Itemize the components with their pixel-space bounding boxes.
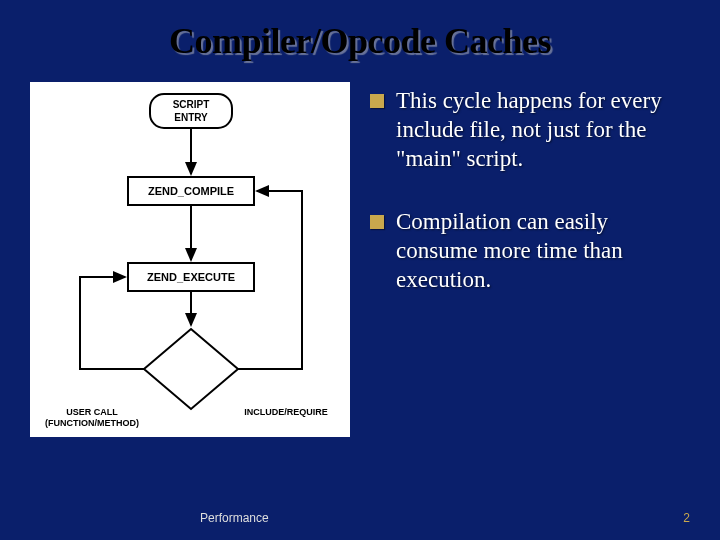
zend-execute-label: ZEND_EXECUTE xyxy=(147,271,235,283)
script-entry-label-1: SCRIPT xyxy=(173,99,210,110)
bullet-icon xyxy=(370,94,384,108)
user-call-label-2: (FUNCTION/METHOD) xyxy=(45,418,139,428)
content-area: SCRIPT ENTRY ZEND_COMPILE ZEND_EXECUTE U… xyxy=(0,72,720,437)
slide-title: Compiler/Opcode Caches xyxy=(0,0,720,72)
bullet-text: Compilation can easily consume more time… xyxy=(396,208,690,294)
page-number: 2 xyxy=(683,511,690,525)
bullet-list: This cycle happens for every include fil… xyxy=(370,82,690,437)
script-entry-label-2: ENTRY xyxy=(174,112,208,123)
bullet-text: This cycle happens for every include fil… xyxy=(396,87,690,173)
zend-compile-label: ZEND_COMPILE xyxy=(148,185,234,197)
bullet-item: Compilation can easily consume more time… xyxy=(370,208,690,294)
user-call-label-1: USER CALL xyxy=(66,407,118,417)
include-require-label: INCLUDE/REQUIRE xyxy=(244,407,328,417)
decision-diamond xyxy=(144,329,238,409)
footer-label: Performance xyxy=(200,511,269,525)
arrow-include-loop xyxy=(238,191,302,369)
bullet-icon xyxy=(370,215,384,229)
flowchart-svg: SCRIPT ENTRY ZEND_COMPILE ZEND_EXECUTE U… xyxy=(30,82,350,437)
flowchart-diagram: SCRIPT ENTRY ZEND_COMPILE ZEND_EXECUTE U… xyxy=(30,82,350,437)
bullet-item: This cycle happens for every include fil… xyxy=(370,87,690,173)
